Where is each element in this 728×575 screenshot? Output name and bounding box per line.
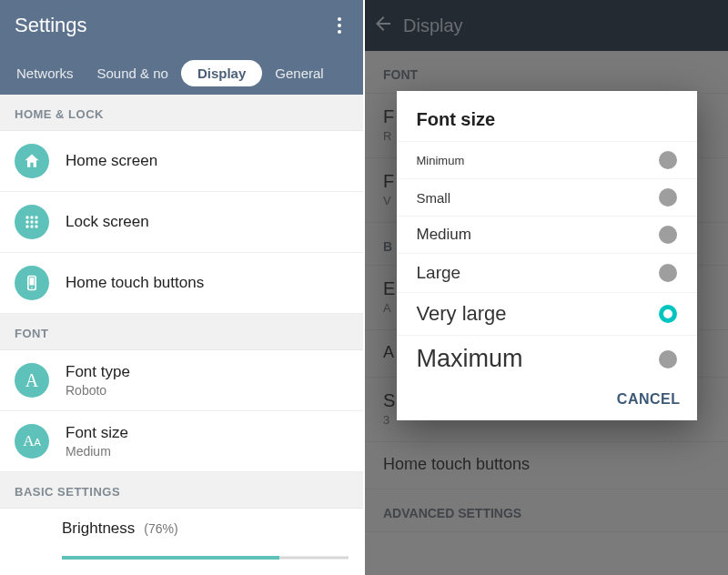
font-size-dialog: Font size Minimum Small Medium Large Ver…: [397, 91, 697, 420]
svg-point-3: [25, 220, 28, 223]
tab-display[interactable]: Display: [181, 60, 262, 86]
item-font-type[interactable]: A Font type Roboto: [0, 350, 363, 411]
option-label: Minimum: [417, 154, 465, 167]
item-value: Medium: [66, 444, 128, 459]
font-size-icon: AA: [15, 424, 49, 459]
svg-point-2: [35, 216, 37, 218]
option-maximum[interactable]: Maximum: [397, 335, 697, 382]
svg-rect-10: [30, 277, 35, 285]
tab-general[interactable]: General: [264, 58, 334, 88]
option-label: Medium: [417, 226, 471, 244]
phone-icon: [15, 266, 49, 300]
item-font-size[interactable]: AA Font size Medium: [0, 411, 363, 472]
svg-point-0: [25, 216, 28, 218]
option-very-large[interactable]: Very large: [397, 292, 697, 335]
option-medium[interactable]: Medium: [397, 216, 697, 253]
item-label: Font size: [66, 424, 128, 442]
tab-networks[interactable]: Networks: [5, 58, 85, 88]
item-value: Roboto: [66, 383, 130, 398]
settings-header: Settings Networks Sound & no Display Gen…: [0, 0, 363, 95]
radio-icon: [659, 350, 677, 368]
option-small[interactable]: Small: [397, 178, 697, 216]
settings-pane: Settings Networks Sound & no Display Gen…: [0, 0, 363, 575]
radio-icon: [659, 151, 677, 169]
item-label: Home touch buttons: [66, 274, 204, 292]
page-title: Settings: [15, 14, 87, 37]
radio-icon: [659, 264, 677, 282]
option-large[interactable]: Large: [397, 253, 697, 292]
display-pane: Display FONT F R F V B E A A S 3 Home to…: [365, 0, 728, 575]
svg-point-1: [30, 216, 33, 218]
lock-grid-icon: [15, 205, 49, 239]
svg-point-8: [35, 225, 37, 227]
svg-point-11: [31, 287, 33, 288]
svg-point-7: [30, 225, 33, 227]
svg-point-4: [30, 220, 33, 223]
radio-icon: [659, 226, 677, 244]
svg-point-5: [35, 220, 37, 223]
option-label: Very large: [417, 302, 507, 326]
more-vert-icon[interactable]: [327, 13, 352, 38]
section-font: FONT: [0, 314, 363, 350]
item-lock-screen[interactable]: Lock screen: [0, 192, 363, 253]
tabs: Networks Sound & no Display General: [0, 51, 363, 95]
option-label: Large: [417, 263, 461, 283]
item-home-touch-buttons[interactable]: Home touch buttons: [0, 253, 363, 314]
radio-selected-icon: [659, 305, 677, 323]
brightness-row: Brightness (76%): [0, 509, 363, 569]
section-home-lock: HOME & LOCK: [0, 95, 363, 131]
brightness-slider[interactable]: [62, 547, 349, 569]
brightness-percent: (76%): [144, 521, 177, 536]
item-label: Font type: [66, 363, 130, 381]
item-home-screen[interactable]: Home screen: [0, 131, 363, 192]
option-label: Small: [417, 190, 451, 206]
cancel-button[interactable]: CANCEL: [617, 391, 681, 408]
item-label: Home screen: [66, 152, 157, 170]
section-basic: BASIC SETTINGS: [0, 472, 363, 509]
dialog-scrim[interactable]: Font size Minimum Small Medium Large Ver…: [365, 0, 728, 575]
dialog-title: Font size: [397, 91, 697, 141]
option-minimum[interactable]: Minimum: [397, 141, 697, 178]
tab-sound[interactable]: Sound & no: [86, 58, 179, 88]
font-type-icon: A: [15, 363, 49, 398]
radio-icon: [659, 188, 677, 207]
option-label: Maximum: [417, 345, 523, 373]
home-icon: [15, 144, 49, 178]
brightness-label: Brightness: [62, 520, 135, 538]
svg-point-6: [25, 225, 28, 227]
item-label: Lock screen: [66, 213, 149, 231]
